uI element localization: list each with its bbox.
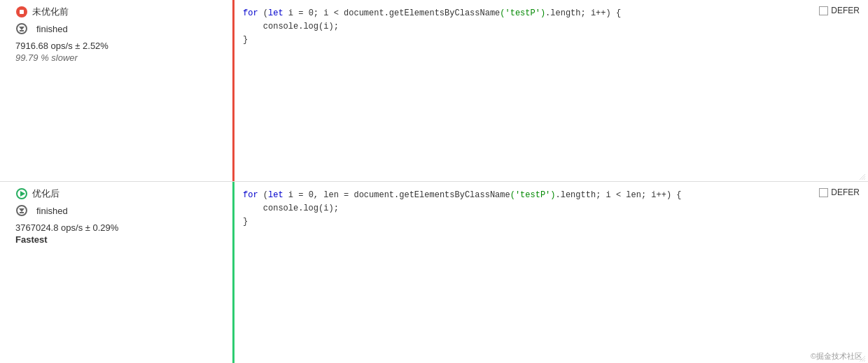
benchmark-container: 未优化前 finished 7916.68 ops/s ± 2.52% 99.7…: [0, 0, 868, 363]
right-panel-optimized: DEFER for (let i = 0, len = document.get…: [234, 182, 868, 363]
benchmark-title-1: 未优化前: [32, 6, 69, 18]
ops-text-2: 3767024.8 ops/s ± 0.29%: [15, 222, 224, 233]
benchmark-row-unoptimized: 未优化前 finished 7916.68 ops/s ± 2.52% 99.7…: [0, 0, 868, 182]
download-icon-1: [15, 22, 28, 35]
stats-row-1: 7916.68 ops/s ± 2.52% 99.79 % slower: [11, 41, 224, 63]
status-row-1: finished: [11, 22, 224, 35]
resize-handle-1[interactable]: [858, 171, 865, 178]
status-text-1: finished: [36, 24, 68, 34]
code-area-2[interactable]: for (let i = 0, len = document.getElemen…: [243, 187, 860, 229]
left-panel-unoptimized: 未优化前 finished 7916.68 ops/s ± 2.52% 99.7…: [0, 0, 234, 181]
defer-label-1: DEFER: [831, 6, 860, 15]
benchmark-title-2: 优化后: [32, 187, 59, 200]
code-area-1[interactable]: for (let i = 0; i < document.getElements…: [243, 6, 860, 48]
defer-checkbox-2[interactable]: [819, 188, 828, 197]
defer-area-2: DEFER: [819, 187, 860, 197]
download-icon-2: [15, 204, 28, 217]
watermark: ©掘金技术社区: [811, 351, 862, 362]
status-row-2: finished: [11, 204, 224, 217]
defer-label-2: DEFER: [831, 187, 860, 197]
svg-line-2: [864, 178, 865, 180]
status-icon-row-2: finished: [15, 204, 68, 217]
comparison-text-2: Fastest: [15, 234, 224, 245]
stats-row-2: 3767024.8 ops/s ± 0.29% Fastest: [11, 222, 224, 245]
comparison-text-1: 99.79 % slower: [15, 52, 224, 63]
title-row-2: 优化后: [11, 187, 224, 200]
left-panel-optimized: 优化后 finished 3767024.8 ops/s ± 0.29% Fas…: [0, 182, 234, 363]
svg-line-5: [864, 360, 865, 362]
ops-text-1: 7916.68 ops/s ± 2.52%: [15, 41, 224, 51]
defer-checkbox-1[interactable]: [819, 6, 828, 15]
status-text-2: finished: [36, 206, 68, 216]
status-icon-row-1: finished: [15, 22, 68, 35]
play-icon: [15, 187, 28, 200]
title-row-1: 未优化前: [11, 6, 224, 18]
benchmark-row-optimized: 优化后 finished 3767024.8 ops/s ± 0.29% Fas…: [0, 182, 868, 363]
stop-icon: [15, 6, 28, 18]
defer-area-1: DEFER: [819, 6, 860, 15]
right-panel-unoptimized: DEFER for (let i = 0; i < document.getEl…: [234, 0, 868, 181]
